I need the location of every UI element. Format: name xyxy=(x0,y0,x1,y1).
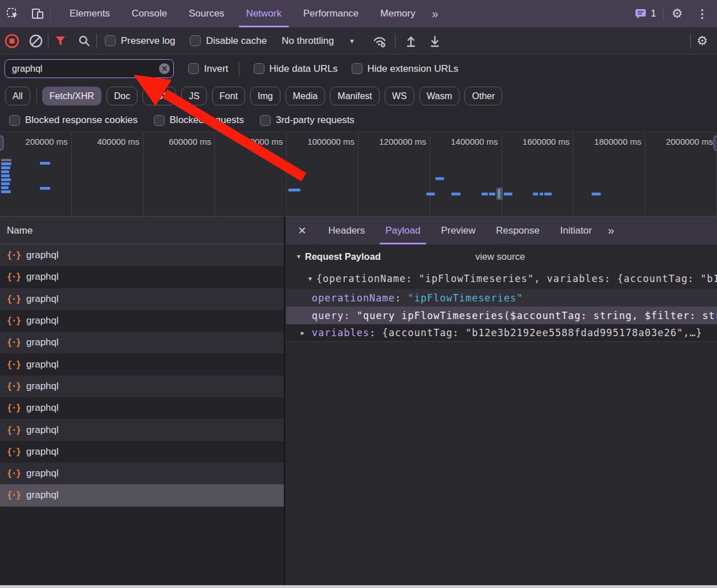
payload-row-operationname[interactable]: operationName: "ipFlowTimeseries" xyxy=(286,289,717,307)
request-row[interactable]: {·}graphql xyxy=(0,244,284,266)
hide-extension-urls-checkbox[interactable] xyxy=(352,63,362,74)
request-mark xyxy=(1,162,11,165)
tab-memory[interactable]: Memory xyxy=(369,0,426,27)
chip-media[interactable]: Media xyxy=(286,87,325,105)
import-har-icon[interactable] xyxy=(399,27,423,55)
overview-right-handle[interactable] xyxy=(714,136,717,150)
tab-performance[interactable]: Performance xyxy=(292,0,369,27)
request-row[interactable]: {·}graphql xyxy=(0,441,284,463)
network-settings-gear-icon[interactable]: ⚙ xyxy=(691,35,717,47)
network-conditions-icon[interactable] xyxy=(368,27,392,55)
expand-twisty-icon[interactable]: ▸ xyxy=(301,329,312,337)
tab-network[interactable]: Network xyxy=(235,0,292,27)
hide-extension-urls-label: Hide extension URLs xyxy=(368,63,459,75)
details-tab-payload[interactable]: Payload xyxy=(375,217,430,244)
details-tabstrip: ✕ HeadersPayloadPreviewResponseInitiator… xyxy=(286,217,717,244)
chip-other[interactable]: Other xyxy=(465,87,502,105)
export-har-icon[interactable] xyxy=(423,27,447,55)
request-mark xyxy=(1,166,10,169)
settings-gear-icon[interactable]: ⚙ xyxy=(666,7,689,20)
timeline-marks xyxy=(0,132,717,216)
request-row[interactable]: {·}graphql xyxy=(0,463,284,484)
tab-console[interactable]: Console xyxy=(121,0,178,27)
request-row[interactable]: {·}graphql xyxy=(0,397,284,419)
request-row[interactable]: {·}graphql xyxy=(0,353,284,375)
preserve-log-checkbox[interactable] xyxy=(105,35,116,46)
payload-key: variables xyxy=(312,327,369,338)
request-mark xyxy=(451,193,461,195)
request-mark xyxy=(504,193,512,195)
clear-filter-icon[interactable]: ✕ xyxy=(159,63,170,74)
chip-js[interactable]: JS xyxy=(181,87,207,105)
kebab-menu-icon[interactable]: ⋮ xyxy=(691,7,714,21)
expand-twisty-icon[interactable]: ▾ xyxy=(308,275,316,283)
payload-row-variables[interactable]: ▸variables: {accountTag: "b12e3b2192ee55… xyxy=(286,324,717,342)
issues-count[interactable]: 1 xyxy=(651,8,656,19)
close-details-icon[interactable]: ✕ xyxy=(286,224,318,237)
network-overview-timeline[interactable]: 200000 ms400000 ms600000 ms800000 ms1000… xyxy=(0,132,717,217)
device-toolbar-icon[interactable] xyxy=(25,0,50,27)
network-toolbar: Preserve log Disable cache No throttling… xyxy=(0,27,717,55)
details-tab-initiator[interactable]: Initiator xyxy=(550,217,602,244)
disable-cache-label: Disable cache xyxy=(206,35,267,47)
chip-css[interactable]: CSS xyxy=(142,87,176,105)
request-mark xyxy=(540,193,543,195)
request-mark xyxy=(533,193,538,195)
request-mark xyxy=(288,189,300,191)
throttling-value: No throttling xyxy=(282,35,334,47)
fetch-xhr-icon: {·} xyxy=(7,468,21,479)
request-name: graphql xyxy=(26,337,59,348)
request-row[interactable]: {·}graphql xyxy=(0,375,284,397)
invert-checkbox[interactable] xyxy=(188,63,199,74)
payload-row-query[interactable]: query: "query ipFlowTimeseries($accountT… xyxy=(286,307,717,324)
request-name: graphql xyxy=(26,489,59,501)
more-details-tabs-chevron[interactable]: » xyxy=(602,224,618,237)
details-tab-headers[interactable]: Headers xyxy=(318,217,375,244)
details-tab-preview[interactable]: Preview xyxy=(431,217,486,244)
request-mark xyxy=(489,193,495,195)
chip-wasm[interactable]: Wasm xyxy=(419,87,460,105)
chip-manifest[interactable]: Manifest xyxy=(330,87,379,105)
disable-cache-checkbox[interactable] xyxy=(190,35,201,46)
clear-network-log-button[interactable] xyxy=(24,27,48,55)
more-tabs-chevron[interactable]: » xyxy=(426,7,443,21)
filter-icon[interactable] xyxy=(48,27,72,55)
request-row[interactable]: {·}graphql xyxy=(0,332,284,353)
tab-sources[interactable]: Sources xyxy=(178,0,235,27)
collapse-twisty-icon[interactable]: ▾ xyxy=(297,252,305,260)
details-tab-response[interactable]: Response xyxy=(486,217,550,244)
overview-left-handle[interactable] xyxy=(0,136,3,150)
3rd-party-requests-checkbox[interactable] xyxy=(260,115,271,126)
blocked-response-cookies-checkbox[interactable] xyxy=(9,115,20,126)
chip-fetch-xhr[interactable]: Fetch/XHR xyxy=(42,87,101,105)
payload-preview-row[interactable]: ▾ {operationName: "ipFlowTimeseries", va… xyxy=(286,268,717,289)
view-source-link[interactable]: view source xyxy=(475,251,525,262)
request-row[interactable]: {·}graphql xyxy=(0,288,284,310)
chip-ws[interactable]: WS xyxy=(385,87,414,105)
throttling-select[interactable]: No throttling ▼ xyxy=(282,35,355,47)
payload-value: "ipFlowTimeseries" xyxy=(408,292,523,304)
hide-data-urls-checkbox[interactable] xyxy=(254,63,264,74)
search-icon[interactable] xyxy=(72,27,96,55)
tab-elements[interactable]: Elements xyxy=(59,0,121,27)
issues-icon[interactable] xyxy=(634,7,647,20)
request-row[interactable]: {·}graphql xyxy=(0,484,284,506)
request-mark xyxy=(1,190,11,193)
request-row[interactable]: {·}graphql xyxy=(0,266,284,288)
record-network-log-button[interactable] xyxy=(0,27,24,55)
chip-img[interactable]: Img xyxy=(250,87,280,105)
divider xyxy=(239,62,239,76)
request-mark xyxy=(40,187,50,190)
chip-font[interactable]: Font xyxy=(212,87,245,105)
name-column-header[interactable]: Name xyxy=(0,217,284,244)
filter-input[interactable] xyxy=(5,59,174,78)
chip-all[interactable]: All xyxy=(5,87,30,105)
divider xyxy=(663,6,663,21)
inspect-element-icon[interactable] xyxy=(0,0,25,27)
request-row[interactable]: {·}graphql xyxy=(0,310,284,332)
blocked-requests-label: Blocked requests xyxy=(170,115,244,126)
request-row[interactable]: {·}graphql xyxy=(0,419,284,440)
chip-doc[interactable]: Doc xyxy=(107,87,137,105)
blocked-requests-checkbox[interactable] xyxy=(154,115,165,126)
devtools-window: ElementsConsoleSourcesNetworkPerformance… xyxy=(0,0,717,588)
